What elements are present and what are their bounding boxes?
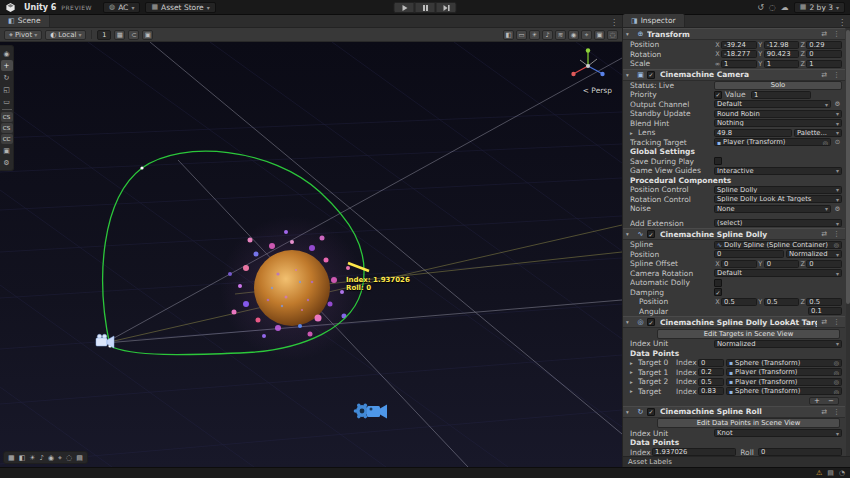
output-channel-settings-icon[interactable]: ⚙	[833, 100, 842, 108]
snap-settings-button[interactable]: ▣	[142, 30, 153, 40]
offset-x-field[interactable]: 0	[721, 260, 757, 268]
roll-index-unit-dropdown[interactable]: Knot ▾	[714, 429, 842, 437]
spline-dolly-header[interactable]: ▾ ∿ ✓ Cinemachine Spline Dolly ⇄ ⋮	[623, 228, 845, 240]
2d-toggle-button[interactable]: ▭	[516, 30, 527, 40]
component-enabled-checkbox[interactable]: ✓	[647, 408, 655, 416]
output-channel-dropdown[interactable]: Default ▾	[714, 100, 831, 108]
grid-visibility-button[interactable]: ▦	[114, 30, 125, 40]
roll-value-field[interactable]: 0	[758, 448, 842, 456]
component-enabled-checkbox[interactable]: ✓	[647, 230, 655, 238]
damping-checkbox[interactable]: ✓	[714, 288, 722, 296]
search-icon[interactable]: ◌	[769, 3, 776, 12]
shaded-icon[interactable]: ◧	[19, 454, 26, 462]
rotation-y-field[interactable]: 90.423	[764, 50, 800, 58]
remove-data-point-button[interactable]: −	[824, 398, 838, 404]
save-during-play-checkbox[interactable]: ✓	[714, 157, 722, 165]
edit-data-points-button[interactable]: Edit Data Points in Scene View	[657, 418, 840, 428]
foldout-icon[interactable]: ▸	[630, 130, 638, 136]
layout-dropdown[interactable]: ▦ 2 by 3 ▾	[794, 2, 845, 13]
offset-y-field[interactable]: 0	[764, 260, 800, 268]
position-y-field[interactable]: -12.98	[764, 41, 800, 49]
rotation-z-field[interactable]: 0	[806, 50, 842, 58]
angular-field[interactable]: 0.1	[808, 307, 842, 315]
spline-roll-header[interactable]: ▾ ↻ ✓ Cinemachine Spline Roll ⇄ ⋮	[623, 406, 845, 418]
asset-labels-bar[interactable]: Asset Labels	[623, 456, 850, 467]
scene-tab-menu-icon[interactable]: ⋮	[606, 18, 622, 27]
menu-icon[interactable]: ⋮	[831, 318, 842, 326]
object-picker-icon[interactable]: ◎	[834, 378, 839, 385]
automatic-dolly-checkbox[interactable]: ✓	[714, 279, 722, 287]
undo-history-icon[interactable]: ↺	[757, 3, 764, 12]
lens-fov-field[interactable]: 49.8	[714, 129, 792, 137]
scene-search-button[interactable]: ◌	[607, 30, 618, 40]
damping-y-field[interactable]: 0.5	[764, 298, 800, 306]
rect-tool-button[interactable]: ▭	[1, 96, 13, 107]
grid-size-field[interactable]: 1	[97, 30, 111, 40]
lighting-icon[interactable]: ☀	[29, 454, 35, 462]
tab-scene[interactable]: ◧ Scene	[0, 14, 50, 27]
data-point-target-field[interactable]: ▪ Sphere (Transform) ◎	[726, 387, 842, 395]
play-button[interactable]	[394, 2, 415, 13]
scale-tool-button[interactable]: ◱	[1, 84, 13, 95]
damping-z-field[interactable]: 0.5	[806, 298, 842, 306]
data-point-index-field[interactable]: 0.83	[698, 387, 724, 395]
rotation-control-dropdown[interactable]: Spline Dolly Look At Targets ▾	[714, 195, 842, 203]
data-point-target-field[interactable]: ▪ Player (Transform) ◎	[726, 378, 842, 386]
gizmos-icon[interactable]: ⌖	[58, 454, 62, 462]
spline-object-field[interactable]: ∿ Dolly Spline (Spline Container) ◎	[714, 241, 842, 249]
grid-icon[interactable]: ▦	[8, 454, 15, 462]
cloud-icon[interactable]: ☁	[781, 3, 789, 12]
render-mode-button[interactable]: ◧	[503, 30, 514, 40]
rotate-tool-button[interactable]: ↻	[1, 72, 13, 83]
transform-header[interactable]: ▾ ⊕ Transform ⇄ ⋮	[623, 28, 845, 40]
presets-icon[interactable]: ⇄	[819, 71, 829, 79]
effects-dropdown-button[interactable]: ≋	[555, 30, 566, 40]
custom-tool-button[interactable]: ⚙	[1, 157, 13, 168]
foldout-icon[interactable]: ▸	[630, 369, 638, 375]
presets-icon[interactable]: ⇄	[819, 230, 829, 238]
solo-button[interactable]: Solo	[714, 81, 842, 90]
data-point-index-field[interactable]: 0.5	[698, 378, 724, 386]
overlay-cs-1-button[interactable]: CS	[1, 112, 13, 122]
presets-icon[interactable]: ⇄	[819, 30, 829, 38]
foldout-icon[interactable]: ▸	[630, 360, 638, 366]
foldout-icon[interactable]: ▾	[626, 409, 634, 415]
foldout-icon[interactable]: ▾	[626, 319, 634, 325]
audio-toggle-button[interactable]: ♪	[542, 30, 553, 40]
position-z-field[interactable]: 0.29	[806, 41, 842, 49]
camera-rotation-dropdown[interactable]: Default ▾	[714, 269, 842, 277]
dolly-position-field[interactable]: 0	[714, 250, 784, 258]
foldout-icon[interactable]: ▸	[630, 388, 638, 394]
component-enabled-checkbox[interactable]: ✓	[647, 71, 655, 79]
position-units-dropdown[interactable]: Normalized ▾	[786, 250, 842, 258]
scene-viewport[interactable]: ◉ + ↻ ◱ ▭ CS CS CC ▣ ⚙ Index: 1.937026 R…	[0, 42, 622, 467]
overlay-cs-2-button[interactable]: CS	[1, 123, 13, 133]
priority-value-field[interactable]: 1	[751, 91, 811, 99]
console-icon[interactable]: ▤	[827, 469, 834, 477]
step-button[interactable]	[436, 2, 457, 13]
search-icon[interactable]: ◌	[66, 454, 72, 462]
damping-x-field[interactable]: 0.5	[721, 298, 757, 306]
handle-rotation-dropdown[interactable]: ◐ Local ▾	[45, 30, 86, 40]
warning-icon[interactable]: ⚠	[816, 469, 822, 477]
move-tool-button[interactable]: +	[1, 60, 13, 71]
lighting-toggle-button[interactable]: ☀	[529, 30, 540, 40]
cinemachine-camera-header[interactable]: ▾ ▣ ✓ Cinemachine Camera ⇄ ⋮	[623, 69, 845, 81]
presets-icon[interactable]: ⇄	[819, 408, 829, 416]
noise-settings-icon[interactable]: ⚙	[833, 205, 842, 213]
tracking-target-object-field[interactable]: ▪ Player (Transform) ◎	[714, 138, 831, 146]
tab-inspector[interactable]: ◨ Inspector	[623, 14, 685, 27]
object-picker-icon[interactable]: ◎	[834, 369, 839, 376]
add-data-point-button[interactable]: +	[810, 398, 824, 404]
roll-index-field[interactable]: 1.937026	[652, 448, 736, 456]
activity-icon[interactable]: ◔	[839, 469, 845, 477]
rotation-x-field[interactable]: -18.277	[721, 50, 757, 58]
scale-z-field[interactable]: 1	[806, 60, 842, 68]
foldout-icon[interactable]: ▾	[626, 31, 634, 37]
visibility-toggle-button[interactable]: ◉	[568, 30, 579, 40]
visibility-icon[interactable]: ◉	[48, 454, 54, 462]
account-menu-button[interactable]: ◍ AC ▾	[103, 2, 140, 13]
perspective-label[interactable]: < Persp	[583, 86, 612, 95]
game-view-guides-dropdown[interactable]: Interactive ▾	[714, 167, 842, 175]
presets-icon[interactable]: ⇄	[819, 318, 829, 326]
